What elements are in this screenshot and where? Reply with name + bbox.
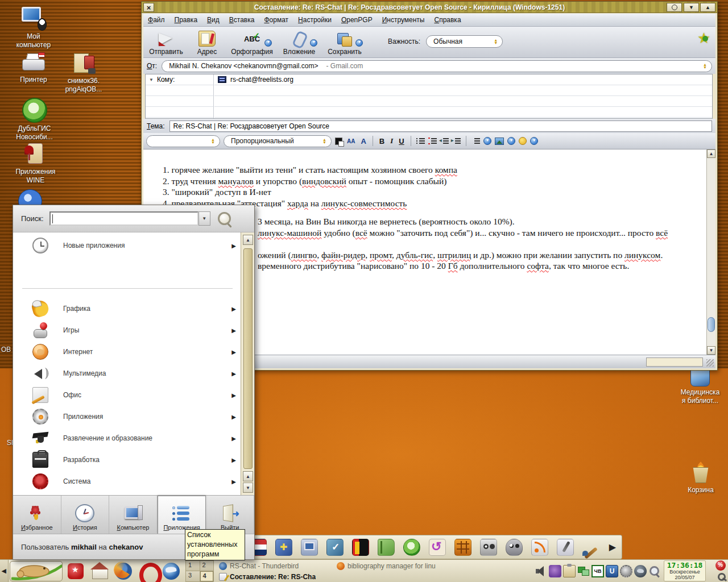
recipient-type-selector[interactable]: ▼ Кому: xyxy=(146,74,213,85)
key-icon[interactable] xyxy=(718,572,727,581)
send-button[interactable]: Отправить xyxy=(146,31,187,56)
italic-button[interactable]: I xyxy=(389,136,394,146)
desktop-icon-printer[interactable]: Принтер xyxy=(8,52,59,84)
text-color-swatch[interactable] xyxy=(335,138,342,145)
volume-icon[interactable] xyxy=(535,565,547,577)
smiley-button[interactable] xyxy=(519,137,527,145)
from-combobox[interactable]: Mikhail N. Chekanov <chekanovmn@gmail.co… xyxy=(162,60,712,72)
menu-item-games[interactable]: Игры xyxy=(13,319,241,341)
desktop-icon-dublgis[interactable]: ДубльГИСНовосиби... xyxy=(5,98,64,142)
pager-desktop-4[interactable]: 4 xyxy=(200,571,214,581)
search-history-dropdown[interactable]: ▼ xyxy=(198,211,210,226)
maximize-button[interactable] xyxy=(700,3,715,12)
checkmark-app-icon[interactable] xyxy=(326,539,344,556)
opera-launcher-icon[interactable] xyxy=(136,561,158,581)
recipient-type-empty[interactable] xyxy=(146,107,213,118)
spelling-button[interactable]: ABC Орфография xyxy=(228,31,276,56)
task-button-compose-active[interactable]: Составление: Re: RS-Cha xyxy=(217,572,330,582)
scrollbar-thumb[interactable] xyxy=(708,317,715,332)
recipient-type-empty[interactable] xyxy=(146,96,213,107)
subject-input[interactable]: Re: RS-Chat | Re: Росздравсоветует Open … xyxy=(169,120,712,132)
paragraph-style-combobox[interactable]: ▲▼ xyxy=(146,135,220,147)
increase-font-button[interactable]: A xyxy=(359,137,367,146)
menu-item-system[interactable]: Система xyxy=(13,471,241,492)
menu-item-development[interactable]: Разработка xyxy=(13,449,241,471)
magnifier-icon[interactable] xyxy=(648,565,661,577)
desktop-icon-medical-library[interactable]: Медицинская библиот... xyxy=(674,365,726,405)
tab-history[interactable]: История xyxy=(61,496,110,534)
scroll-down-button[interactable]: ▼ xyxy=(243,483,253,493)
recipient-entry-empty[interactable] xyxy=(214,85,712,96)
display-settings-icon[interactable] xyxy=(301,539,318,556)
menu-help[interactable]: Справка xyxy=(434,16,461,24)
unicode-indicator[interactable]: U xyxy=(606,565,618,577)
scroll-up-button[interactable]: ▲ xyxy=(243,235,253,245)
priority-combobox[interactable]: Обычная ▲▼ xyxy=(426,35,503,48)
tab-computer[interactable]: Компьютер xyxy=(109,496,158,534)
panel-hide-button[interactable]: ◀ xyxy=(0,560,9,582)
scroll-down-button[interactable]: ▼ xyxy=(707,346,715,355)
menu-item-office[interactable]: Офис xyxy=(13,384,241,406)
menu-format[interactable]: Формат xyxy=(264,16,288,24)
attach-button[interactable]: Вложение xyxy=(276,31,322,56)
smiley-dropdown-icon[interactable] xyxy=(530,137,538,145)
menu-item-edutainment[interactable]: Развлечение и образование xyxy=(13,427,241,449)
insert-dropdown-icon[interactable] xyxy=(507,137,515,145)
pager-desktop-2[interactable]: 2 xyxy=(200,561,214,571)
task-button-thunderbird[interactable]: RS-Chat - Thunderbird xyxy=(217,561,330,571)
menu-item-internet[interactable]: Интернет xyxy=(13,341,241,363)
underline-button[interactable]: U xyxy=(398,137,405,146)
dublgis-launcher-icon[interactable] xyxy=(403,539,420,556)
alignment-dropdown-icon[interactable] xyxy=(483,137,491,145)
kontact-launcher-icon[interactable] xyxy=(65,561,86,581)
menu-tools[interactable]: Инструменты xyxy=(382,16,425,24)
menu-item-applications[interactable]: Приложения xyxy=(13,406,241,427)
tab-leave[interactable]: Выйти xyxy=(206,496,254,534)
home-folder-icon[interactable] xyxy=(89,561,110,581)
task-button-firefox[interactable]: bibliography manager for linu xyxy=(334,561,448,571)
search-input[interactable] xyxy=(49,211,198,226)
start-button-gecko[interactable] xyxy=(10,561,63,581)
start-menu-scrollbar[interactable]: ▲ ▲ ▼ xyxy=(241,232,254,495)
numbered-list-button[interactable] xyxy=(428,138,437,144)
file-manager-icon[interactable] xyxy=(275,539,292,556)
klipper-icon[interactable] xyxy=(563,565,576,577)
menu-item-multimedia[interactable]: Мультимедиа xyxy=(13,363,241,384)
outdent-button[interactable] xyxy=(440,138,449,144)
rubik-cube-icon[interactable] xyxy=(454,539,471,556)
book-app-icon[interactable] xyxy=(378,539,395,556)
insert-image-button[interactable] xyxy=(495,138,504,145)
menu-file[interactable]: Файл xyxy=(148,16,165,24)
sync-arrows-icon[interactable] xyxy=(429,539,446,556)
recipient-entry-empty[interactable] xyxy=(214,107,712,118)
tab-favorites[interactable]: Избранное xyxy=(13,496,61,534)
alignment-button[interactable] xyxy=(471,138,480,144)
kde-gear-icon[interactable] xyxy=(620,565,632,577)
gimp-icon[interactable] xyxy=(506,539,523,556)
camera-app-icon[interactable] xyxy=(480,539,497,556)
save-button[interactable]: Сохранить xyxy=(322,31,367,56)
decrease-font-button[interactable]: AA xyxy=(346,138,356,144)
thunderbird-launcher-icon[interactable] xyxy=(160,561,182,581)
bullet-list-button[interactable] xyxy=(416,138,425,144)
menu-insert[interactable]: Вставка xyxy=(229,16,255,24)
recipient-entry-empty[interactable] xyxy=(214,96,712,107)
recipient-entry[interactable]: rs-chat@freelists.org xyxy=(214,74,712,85)
menu-settings[interactable]: Настройки xyxy=(298,16,332,24)
percent-badge-icon[interactable] xyxy=(715,560,726,571)
bold-button[interactable]: B xyxy=(378,137,386,146)
recipient-type-empty[interactable] xyxy=(146,85,213,96)
pager-desktop-3[interactable]: 3 xyxy=(186,571,200,581)
menu-openpgp[interactable]: OpenPGP xyxy=(341,16,373,24)
shade-button[interactable] xyxy=(667,3,682,12)
panel-expand-arrow-icon[interactable]: ▶ xyxy=(609,542,616,552)
firefox-launcher-icon[interactable] xyxy=(113,561,134,581)
scrollbar-thumb[interactable] xyxy=(243,248,253,469)
vertical-scrollbar[interactable]: ▲ ▼ xyxy=(706,149,715,355)
keyboard-layout-indicator[interactable]: ЧВ xyxy=(592,565,604,577)
clock-widget[interactable]: 17:36:18 Воскресенье 20/05/07 xyxy=(664,560,706,581)
minimize-button[interactable] xyxy=(684,3,699,12)
scroll-up-button-2[interactable]: ▲ xyxy=(243,471,253,481)
globe-app-icon[interactable] xyxy=(634,565,647,577)
desktop-icon-my-computer[interactable]: Мойкомпьютер xyxy=(8,7,59,49)
